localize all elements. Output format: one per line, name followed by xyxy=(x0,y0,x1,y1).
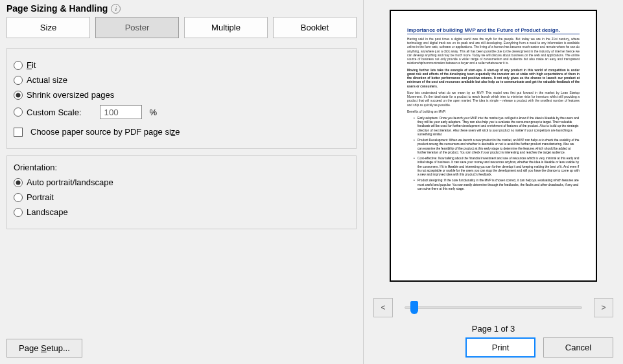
section-title: Page Sizing & Handling xyxy=(6,3,108,14)
actual-size-row[interactable]: Actual size xyxy=(14,75,349,85)
auto-orient-label: Auto portrait/landscape xyxy=(27,177,113,187)
actual-size-label: Actual size xyxy=(27,75,67,85)
portrait-label: Portrait xyxy=(27,192,54,202)
radio-custom[interactable] xyxy=(14,108,23,117)
page-indicator: Page 1 of 3 xyxy=(373,324,613,334)
slider-thumb[interactable] xyxy=(410,301,418,314)
radio-landscape[interactable] xyxy=(14,208,23,217)
landscape-label: Landscape xyxy=(27,207,68,217)
radio-fit[interactable] xyxy=(14,61,23,70)
preview-bullet: Cost-effective: Now talking about the fi… xyxy=(414,157,580,177)
custom-label: Custom Scale: xyxy=(27,108,82,117)
orientation-header: Orientation: xyxy=(14,163,349,172)
page-sizing-header: Page Sizing & Handling i xyxy=(6,0,357,17)
percent-label: % xyxy=(150,108,158,117)
info-icon[interactable]: i xyxy=(111,4,121,14)
preview-bullet: Early adopters: Once you launch your MVP… xyxy=(414,117,580,137)
preview-para: Moving further lets take the example of … xyxy=(407,69,580,89)
preview-para: Benefits of building an MVP: xyxy=(407,110,580,114)
tab-multiple[interactable]: Multiple xyxy=(184,17,268,38)
landscape-row[interactable]: Landscape xyxy=(14,207,349,217)
radio-auto-orient[interactable] xyxy=(14,178,23,187)
radio-portrait[interactable] xyxy=(14,193,23,202)
prev-page-button[interactable]: < xyxy=(373,298,393,317)
preview-para: Having said in the past times a digital … xyxy=(407,38,580,66)
cancel-button[interactable]: Cancel xyxy=(543,337,613,358)
preview-title: Importance of building MVP and the Futur… xyxy=(407,27,580,34)
orientation-group: Orientation: Auto portrait/landscape Por… xyxy=(6,155,357,229)
tab-poster[interactable]: Poster xyxy=(95,17,179,38)
choose-paper-checkbox[interactable] xyxy=(14,128,23,137)
page-slider[interactable] xyxy=(405,306,582,309)
portrait-row[interactable]: Portrait xyxy=(14,192,349,202)
radio-actual[interactable] xyxy=(14,76,23,85)
preview-bullet: Product Development: When we launch a ne… xyxy=(414,139,580,155)
next-page-button[interactable]: > xyxy=(594,298,613,317)
choose-paper-label: Choose paper source by PDF page size xyxy=(30,127,180,137)
preview-para: Now lets understand what do we mean by a… xyxy=(407,91,580,108)
shrink-row[interactable]: Shrink oversized pages xyxy=(14,90,349,100)
page-preview: Importance of building MVP and the Futur… xyxy=(390,10,597,282)
radio-shrink[interactable] xyxy=(14,91,23,100)
custom-row[interactable]: Custom Scale: % xyxy=(14,105,349,119)
tab-size[interactable]: Size xyxy=(6,17,90,38)
page-setup-button[interactable]: Page Setup... xyxy=(6,339,82,358)
custom-scale-input[interactable] xyxy=(100,105,142,119)
fit-label: Fit xyxy=(27,60,36,70)
shrink-label: Shrink oversized pages xyxy=(27,90,114,100)
print-button[interactable]: Print xyxy=(465,337,535,358)
choose-paper-row[interactable]: Choose paper source by PDF page size xyxy=(14,127,349,137)
sizing-options: Fit Actual size Shrink oversized pages C… xyxy=(6,48,357,149)
auto-orient-row[interactable]: Auto portrait/landscape xyxy=(14,177,349,187)
fit-radio-row[interactable]: Fit xyxy=(14,60,349,70)
preview-bullet: Product designing: If the core functiona… xyxy=(414,179,580,191)
tab-booklet[interactable]: Booklet xyxy=(273,17,357,38)
